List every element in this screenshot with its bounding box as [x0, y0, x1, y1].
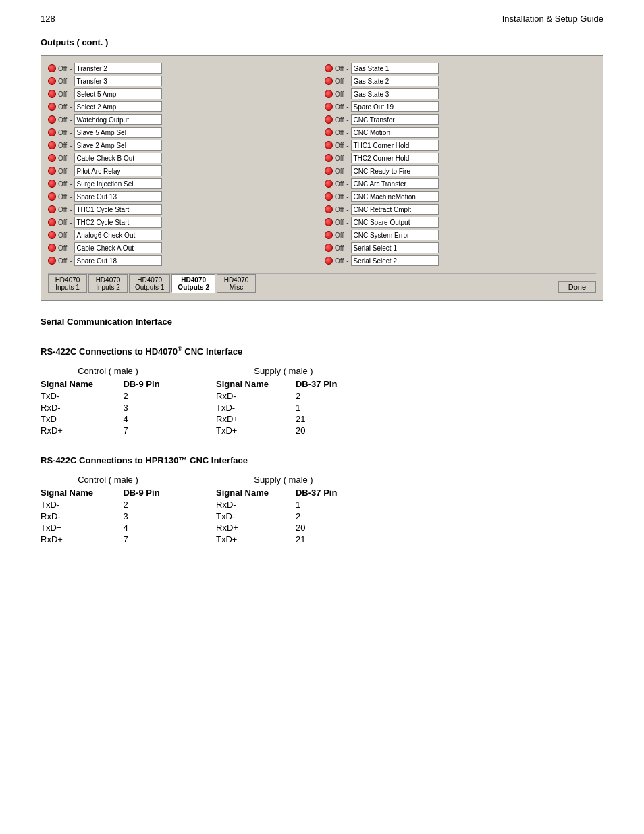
- output-row-right: Off - CNC Ready to Fire: [325, 165, 596, 176]
- off-label: Off: [335, 116, 344, 124]
- led-icon: [325, 90, 333, 98]
- off-label: Off: [335, 78, 344, 85]
- dash-label: -: [346, 244, 348, 252]
- table-cell: 7: [109, 425, 176, 436]
- off-label: Off: [335, 65, 344, 72]
- table-cell: TxD+: [41, 522, 109, 533]
- output-field: CNC Arc Transfer: [351, 178, 439, 189]
- output-row-right: Off - CNC MachineMotion: [325, 191, 596, 202]
- table-row: TxD+4: [41, 413, 176, 425]
- table-cell: RxD+: [216, 522, 282, 533]
- tab-btn-4[interactable]: HD4070Misc: [217, 274, 256, 293]
- table-cell: 4: [109, 522, 176, 533]
- table-cell: RxD+: [41, 533, 109, 545]
- table-row: TxD+20: [216, 425, 351, 436]
- output-field: THC1 Corner Hold: [351, 140, 439, 151]
- output-row-right: Off - Gas State 3: [325, 88, 596, 99]
- off-label: Off: [58, 103, 67, 111]
- off-label: Off: [58, 155, 67, 162]
- output-field: CNC MachineMotion: [351, 191, 439, 202]
- table-header: Signal Name: [41, 488, 109, 499]
- output-field: THC2 Corner Hold: [351, 153, 439, 163]
- off-label: Off: [335, 193, 344, 201]
- rs422-hd4070-connections: Control ( male ) Signal NameDB-9 PinTxD-…: [41, 366, 603, 436]
- output-row-left: Off - Watchdog Output: [48, 114, 319, 125]
- table-cell: RxD-: [41, 402, 109, 413]
- dash-label: -: [70, 103, 72, 111]
- led-icon: [325, 167, 333, 175]
- dash-label: -: [70, 129, 72, 136]
- table-cell: RxD-: [41, 511, 109, 522]
- table-cell: RxD+: [41, 425, 109, 436]
- off-label: Off: [335, 103, 344, 111]
- table-cell: 2: [109, 390, 176, 402]
- table-cell: TxD+: [216, 425, 282, 436]
- off-label: Off: [58, 129, 67, 136]
- output-row-right: Off - Serial Select 1: [325, 242, 596, 253]
- off-label: Off: [335, 244, 344, 252]
- table-cell: 2: [282, 390, 351, 402]
- output-field: Gas State 3: [351, 88, 439, 99]
- led-icon: [48, 103, 56, 111]
- done-button[interactable]: Done: [558, 281, 596, 293]
- dash-label: -: [70, 155, 72, 162]
- dash-label: -: [346, 180, 348, 188]
- output-field: Serial Select 1: [351, 242, 439, 253]
- tab-btn-3[interactable]: HD4070Outputs 2: [171, 274, 215, 293]
- page-number: 128: [41, 14, 55, 24]
- table-cell: 20: [282, 522, 351, 533]
- off-label: Off: [58, 167, 67, 175]
- dash-label: -: [70, 90, 72, 98]
- led-icon: [325, 192, 333, 201]
- off-label: Off: [58, 257, 67, 265]
- output-row-right: Off - CNC Transfer: [325, 114, 596, 125]
- off-label: Off: [335, 206, 344, 213]
- off-label: Off: [335, 180, 344, 188]
- tab-btn-1[interactable]: HD4070Inputs 2: [88, 274, 128, 293]
- dash-label: -: [70, 142, 72, 149]
- table-cell: TxD-: [41, 499, 109, 511]
- led-icon: [48, 231, 56, 239]
- output-field: Spare Out 13: [74, 191, 162, 202]
- led-icon: [325, 244, 333, 252]
- page-title: Installation & Setup Guide: [502, 14, 603, 24]
- led-icon: [325, 64, 333, 72]
- output-row-left: Off - Spare Out 13: [48, 191, 319, 202]
- table-cell: 20: [282, 425, 351, 436]
- table-cell: TxD-: [41, 390, 109, 402]
- led-icon: [325, 115, 333, 124]
- led-icon: [48, 64, 56, 72]
- led-icon: [48, 154, 56, 162]
- table-row: RxD-3: [41, 402, 176, 413]
- output-field: Cable Check A Out: [74, 242, 162, 253]
- output-row-right: Off - Gas State 1: [325, 63, 596, 74]
- table-cell: 21: [282, 413, 351, 425]
- led-icon: [48, 180, 56, 188]
- output-field: CNC Spare Output: [351, 217, 439, 228]
- off-label: Off: [58, 232, 67, 239]
- output-row-left: Off - Slave 2 Amp Sel: [48, 140, 319, 151]
- output-row-right: Off - CNC Retract Cmplt: [325, 204, 596, 215]
- led-icon: [48, 141, 56, 149]
- table-cell: TxD-: [216, 511, 282, 522]
- tab-btn-2[interactable]: HD4070Outputs 1: [129, 274, 170, 293]
- hd4070-control-title: Control ( male ): [41, 366, 176, 376]
- dash-label: -: [70, 206, 72, 213]
- dash-label: -: [70, 244, 72, 252]
- table-row: TxD+21: [216, 533, 351, 545]
- tab-btn-0[interactable]: HD4070Inputs 1: [48, 274, 87, 293]
- output-field: Spare Out 19: [351, 101, 439, 112]
- off-label: Off: [335, 155, 344, 162]
- led-icon: [325, 205, 333, 213]
- led-icon: [48, 167, 56, 175]
- off-label: Off: [58, 90, 67, 98]
- led-icon: [48, 218, 56, 226]
- table-cell: 3: [109, 402, 176, 413]
- led-icon: [325, 128, 333, 136]
- serial-heading: Serial Communication Interface: [41, 317, 603, 327]
- table-cell: TxD+: [41, 413, 109, 425]
- led-icon: [48, 205, 56, 213]
- hd4070-supply-title: Supply ( male ): [216, 366, 351, 376]
- led-icon: [325, 218, 333, 226]
- output-row-right: Off - Gas State 2: [325, 76, 596, 86]
